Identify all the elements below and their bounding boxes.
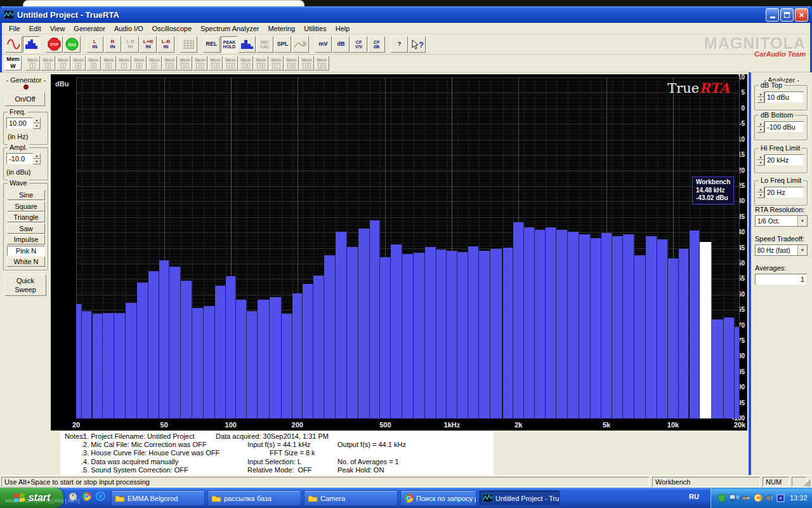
- spin-up-icon[interactable]: ▲: [757, 121, 764, 127]
- crest-factor-db-button[interactable]: CFdB: [368, 36, 385, 53]
- peak-hold-button[interactable]: PEAKHOLD: [221, 36, 238, 53]
- amplitude-stepper[interactable]: ▲▼: [33, 153, 41, 164]
- taskbar-item-2[interactable]: рассылка база: [207, 490, 301, 506]
- wave-saw-button[interactable]: Saw: [7, 224, 45, 234]
- speed-tradeoff-label: Speed Tradeoff:: [755, 235, 804, 243]
- tray-speaker-icon[interactable]: [765, 494, 774, 502]
- speed-tradeoff-select[interactable]: 80 Hz (fast)▼: [755, 244, 808, 256]
- relative-mode-button[interactable]: REL: [203, 36, 220, 53]
- taskbar-item-4[interactable]: Поиск по запросу ро...: [400, 490, 476, 506]
- menu-item-metering[interactable]: Metering: [263, 23, 299, 34]
- memory-workbench-button[interactable]: MemW: [4, 56, 22, 70]
- decibels-button[interactable]: dB: [332, 36, 350, 53]
- right-input-button[interactable]: RIN: [104, 36, 121, 53]
- left-input-button[interactable]: LIN: [86, 36, 103, 53]
- chevron-down-icon[interactable]: ▼: [797, 245, 807, 255]
- spin-up-icon[interactable]: ▲: [757, 154, 764, 160]
- menu-item-spectrum-analyzer[interactable]: Spectrum Analyzer: [196, 23, 263, 34]
- chevron-down-icon[interactable]: ▼: [797, 216, 807, 226]
- rta-resolution-select[interactable]: 1/6 Oct.▼: [755, 215, 808, 227]
- quick-launch-chrome-icon[interactable]: [82, 491, 91, 501]
- wave-triangle-button[interactable]: Triangle: [7, 212, 45, 222]
- memory-slot-number: 7: [121, 63, 128, 69]
- help-button[interactable]: ?: [391, 36, 408, 53]
- l-minus-r-input-button[interactable]: L-RIN: [157, 36, 174, 53]
- amplitude-input[interactable]: [6, 153, 33, 164]
- spectrum-analyzer-icon: [24, 39, 39, 50]
- generator-wave-button[interactable]: [5, 36, 22, 53]
- hi-freq-limit-input[interactable]: [764, 154, 804, 166]
- chart-area[interactable]: dBu 1050-5-10-15-20-25-30-35-40-45-50-55…: [51, 74, 747, 431]
- close-button[interactable]: ×: [795, 8, 808, 22]
- spin-down-icon[interactable]: ▼: [33, 159, 41, 164]
- folder-icon: [308, 494, 318, 502]
- frequency-input[interactable]: [6, 117, 33, 129]
- wave-impulse-button[interactable]: Impulse: [7, 234, 45, 244]
- wave-white-n-button[interactable]: White N: [7, 257, 45, 267]
- millivolts-button[interactable]: mV: [315, 36, 332, 53]
- value-stepper[interactable]: ▲▼: [757, 121, 764, 133]
- stop-button[interactable]: STOP: [46, 36, 63, 53]
- menu-item-edit[interactable]: Edit: [25, 23, 46, 34]
- menu-item-view[interactable]: View: [46, 23, 70, 34]
- title-bar[interactable]: Untitled Project - TrueRTA ×: [0, 6, 812, 23]
- tray-monitor-icon[interactable]: [729, 494, 739, 502]
- spin-down-icon[interactable]: ▼: [757, 192, 764, 198]
- context-help-button[interactable]: ?: [409, 36, 426, 53]
- minimize-button[interactable]: [766, 8, 779, 22]
- spin-down-icon[interactable]: ▼: [757, 97, 764, 103]
- start-button[interactable]: start: [0, 488, 63, 508]
- value-stepper[interactable]: ▲▼: [757, 187, 764, 198]
- wave-square-button[interactable]: Square: [7, 201, 45, 211]
- frequency-stepper[interactable]: ▲▼: [33, 117, 41, 129]
- l-plus-r-input-button[interactable]: L+RIN: [140, 36, 157, 53]
- tray-shield-icon[interactable]: [717, 493, 726, 502]
- tray-bluebox-icon[interactable]: [776, 494, 785, 502]
- taskbar-item-1[interactable]: EMMA Belgorod: [111, 490, 205, 506]
- spl-button[interactable]: SPL: [274, 36, 291, 53]
- quick-sweep-button[interactable]: QuickSweep: [4, 274, 46, 296]
- menu-item-audio-i-o[interactable]: Audio I/O: [110, 23, 148, 34]
- menu-item-utilities[interactable]: Utilities: [299, 23, 331, 34]
- spin-up-icon[interactable]: ▲: [33, 153, 41, 159]
- language-indicator[interactable]: RU: [689, 493, 699, 500]
- spin-up-icon[interactable]: ▲: [33, 117, 41, 123]
- spectrum-analyzer-button[interactable]: [23, 36, 40, 53]
- quick-launch-app-icon[interactable]: [69, 492, 77, 501]
- y-axis-unit: dBu: [55, 80, 69, 88]
- tray-usb-icon[interactable]: [742, 495, 751, 501]
- bar-display-button[interactable]: [239, 36, 256, 53]
- menu-item-oscilloscope[interactable]: Oscilloscope: [148, 23, 196, 34]
- tray-comodo-icon[interactable]: [754, 493, 763, 502]
- resize-grip[interactable]: [803, 479, 811, 486]
- spin-down-icon[interactable]: ▼: [33, 123, 41, 129]
- spectrum-plot[interactable]: TrueRTA Workbench 14.48 kHz -43.02 dBu: [76, 77, 740, 418]
- taskbar-item-5[interactable]: Untitled Project - Tru...: [479, 490, 560, 506]
- crest-factor-vv-button[interactable]: CFV/V: [350, 36, 367, 53]
- spin-up-icon[interactable]: ▲: [757, 91, 764, 97]
- memory-workbench-letter: W: [8, 63, 18, 70]
- wave-pink-n-button[interactable]: Pink N: [7, 246, 45, 256]
- gridline-horizontal: [76, 201, 740, 202]
- wave-sine-button[interactable]: Sine: [7, 190, 45, 200]
- averages-input[interactable]: [755, 274, 807, 285]
- memory-slot-8-button: Mem8: [132, 56, 147, 70]
- menu-item-generator[interactable]: Generator: [69, 23, 110, 34]
- db-top-input[interactable]: [764, 91, 804, 103]
- menu-item-help[interactable]: Help: [331, 23, 355, 34]
- quick-launch-ie-icon[interactable]: e: [96, 491, 105, 501]
- taskbar-item-3[interactable]: Camera: [304, 490, 398, 506]
- memory-slot-17-button: Mem17: [269, 56, 284, 70]
- spin-down-icon[interactable]: ▼: [757, 160, 764, 166]
- generator-on-off-button[interactable]: On/Off: [5, 92, 45, 106]
- value-stepper[interactable]: ▲▼: [757, 154, 764, 166]
- maximize-button[interactable]: [780, 8, 794, 22]
- spin-up-icon[interactable]: ▲: [757, 187, 764, 192]
- go-button[interactable]: GO: [63, 36, 81, 53]
- menu-item-file[interactable]: File: [4, 23, 25, 34]
- spectrum-bar: [546, 227, 557, 418]
- spin-down-icon[interactable]: ▼: [757, 127, 764, 133]
- lo-freq-limit-input[interactable]: [764, 187, 804, 198]
- db-bottom-input[interactable]: [764, 121, 804, 133]
- value-stepper[interactable]: ▲▼: [757, 91, 764, 103]
